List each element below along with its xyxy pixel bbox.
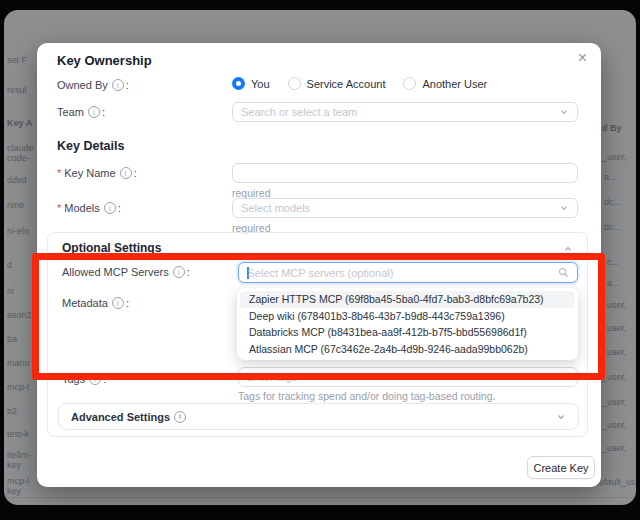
key-details-heading: Key Details	[57, 139, 124, 153]
mcp-option-atlassian[interactable]: Atlassian MCP (67c3462e-2a4b-4d9b-9246-a…	[240, 341, 575, 358]
background-text: user,	[607, 347, 627, 357]
chevron-down-icon	[556, 412, 566, 422]
info-icon[interactable]: i	[174, 411, 186, 423]
info-icon[interactable]: i	[89, 373, 101, 385]
background-text: user,	[607, 323, 627, 333]
mcp-servers-dropdown: Zapier HTTPS MCP (69f8ba45-5ba0-4fd7-bab…	[237, 288, 578, 360]
allowed-mcp-servers-label: Allowed MCP Servers i :	[62, 266, 190, 278]
background-text: nine	[7, 200, 24, 210]
background-text: dc...	[604, 222, 621, 232]
radio-unselected-icon	[288, 77, 301, 90]
chevron-down-icon	[559, 372, 569, 382]
info-icon[interactable]: i	[112, 297, 124, 309]
background-text: d By	[602, 123, 622, 133]
background-text: claude	[7, 143, 34, 153]
background-text: Key A	[7, 118, 32, 128]
mcp-option-zapier[interactable]: Zapier HTTPS MCP (69f8ba45-5ba0-4fd7-bab…	[240, 291, 575, 308]
search-icon	[558, 267, 569, 278]
radio-unselected-icon	[403, 77, 416, 90]
background-text: b2	[7, 406, 17, 416]
background-text: _user,	[602, 372, 627, 382]
models-select[interactable]: Select models	[232, 198, 578, 218]
mcp-option-databricks[interactable]: Databricks MCP (b8431bea-aa9f-412b-b7f5-…	[240, 324, 575, 341]
background-text: a...	[607, 278, 620, 288]
owned-by-radio-group: You Service Account Another User	[232, 77, 487, 90]
background-text: itellm-	[7, 450, 31, 460]
background-text: ddvd	[7, 175, 27, 185]
background-text: resul	[7, 85, 27, 95]
background-text: _user,	[602, 397, 627, 407]
background-text: d	[7, 260, 12, 270]
background-text: mcp-l	[7, 476, 29, 486]
chevron-up-icon[interactable]	[563, 244, 573, 254]
background-text: manu	[7, 358, 30, 368]
background-text: key	[7, 460, 21, 470]
key-name-input[interactable]	[232, 163, 578, 183]
metadata-label: Metadata i :	[62, 297, 129, 309]
info-icon[interactable]: i	[104, 202, 116, 214]
radio-you[interactable]: You	[232, 77, 270, 90]
background-text: dc...	[604, 197, 621, 207]
background-text: a...	[604, 172, 617, 182]
mcp-servers-select[interactable]: Select MCP servers (optional)	[238, 262, 578, 283]
background-text: _user,	[602, 420, 627, 430]
modal-title: Key Ownership	[57, 53, 152, 68]
key-name-label: * Key Name i :	[57, 167, 137, 179]
tags-help-text: Tags for tracking spend and/or doing tag…	[238, 390, 495, 402]
create-key-button[interactable]: Create Key	[527, 456, 595, 479]
background-text: ason2	[7, 310, 32, 320]
chevron-down-icon	[559, 203, 569, 213]
background-text: ni-elo	[7, 226, 29, 236]
advanced-settings-toggle[interactable]: Advanced Settings i	[58, 403, 579, 430]
info-icon[interactable]: i	[112, 79, 124, 91]
close-icon[interactable]: ×	[578, 49, 587, 67]
radio-another-user[interactable]: Another User	[403, 77, 487, 90]
radio-selected-icon	[232, 77, 245, 90]
owned-by-label: Owned By i :	[57, 79, 129, 91]
background-text: _user,	[602, 152, 627, 162]
team-label: Team i :	[57, 106, 105, 118]
info-icon[interactable]: i	[173, 266, 185, 278]
create-key-modal: Key Ownership × Owned By i : You Service…	[37, 43, 601, 487]
background-text: ba	[7, 334, 17, 344]
info-icon[interactable]: i	[88, 106, 100, 118]
chevron-down-icon	[559, 107, 569, 117]
tags-select[interactable]: Enter tags	[238, 367, 578, 387]
background-text: key	[7, 486, 21, 496]
team-select[interactable]: Search or select a team	[232, 102, 578, 122]
background-table-divider	[4, 497, 636, 498]
background-text: set F	[7, 55, 27, 65]
tags-label: Tags i :	[62, 373, 106, 385]
info-icon[interactable]: i	[120, 167, 132, 179]
background-text: user,	[607, 300, 627, 310]
background-text: c...	[607, 257, 619, 267]
background-text: ni	[7, 286, 14, 296]
background-text: code-	[7, 153, 30, 163]
models-label: * Models i :	[57, 202, 121, 214]
background-text: _user,	[602, 443, 627, 453]
radio-service-account[interactable]: Service Account	[288, 77, 386, 90]
optional-settings-heading[interactable]: Optional Settings	[62, 241, 161, 255]
background-text: mcp-t	[7, 382, 30, 392]
background-text: test-k	[7, 429, 29, 439]
mcp-option-deep-wiki[interactable]: Deep wiki (678401b3-8b46-43b7-b9d8-443c7…	[240, 308, 575, 325]
